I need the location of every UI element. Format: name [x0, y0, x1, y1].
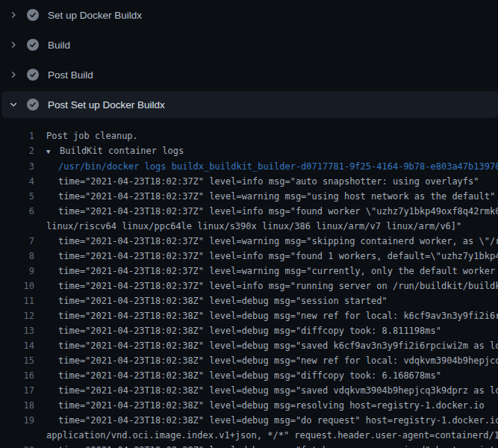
line-number[interactable]: 15 — [0, 353, 34, 368]
log-line-text: time="2021-04-23T18:02:37Z" level=info m… — [34, 251, 498, 261]
success-check-icon — [27, 9, 39, 21]
step-label: Post Build — [48, 69, 93, 81]
line-number[interactable]: 9 — [0, 264, 34, 279]
log-line-text: time="2021-04-23T18:02:37Z" level=warnin… — [34, 236, 498, 246]
log-line-text: time="2021-04-23T18:02:38Z" level=debug … — [34, 385, 498, 396]
log-lines: 1Post job cleanup.2▼BuildKit container l… — [0, 128, 498, 448]
log-line-text: time="2021-04-23T18:02:37Z" level=warnin… — [34, 266, 498, 276]
log-line-text: Post job cleanup. — [34, 131, 138, 141]
log-line-text: time="2021-04-23T18:02:37Z" level=info m… — [34, 176, 479, 187]
log-line-text: time="2021-04-23T18:02:37Z" level=warnin… — [34, 191, 495, 202]
group-toggle-triangle-icon[interactable]: ▼ — [46, 144, 60, 159]
log-line-text: time="2021-04-23T18:02:37Z" level=info m… — [34, 206, 498, 217]
chevron-right-icon[interactable] — [9, 70, 27, 79]
log-line-text: time="2021-04-23T18:02:38Z" level=debug … — [34, 445, 498, 448]
line-number[interactable]: 5 — [0, 189, 34, 204]
log-line: 17time="2021-04-23T18:02:38Z" level=debu… — [0, 383, 498, 398]
log-line: 8time="2021-04-23T18:02:37Z" level=info … — [0, 249, 498, 264]
log-line-text: time="2021-04-23T18:02:38Z" level=debug … — [34, 296, 387, 306]
log-line: 5time="2021-04-23T18:02:37Z" level=warni… — [0, 189, 498, 204]
log-line: 15time="2021-04-23T18:02:38Z" level=debu… — [0, 353, 498, 368]
chevron-right-icon[interactable] — [9, 10, 27, 19]
line-number[interactable]: 18 — [0, 398, 34, 413]
success-check-icon — [27, 39, 39, 51]
log-line-text: time="2021-04-23T18:02:37Z" level=info m… — [34, 281, 498, 291]
step-build[interactable]: Build — [0, 30, 498, 60]
log-line: 3/usr/bin/docker logs buildx_buildkit_bu… — [0, 159, 498, 174]
success-check-icon — [27, 69, 39, 81]
log-line-text: time="2021-04-23T18:02:38Z" level=debug … — [34, 400, 485, 411]
log-line: 16time="2021-04-23T18:02:38Z" level=debu… — [0, 368, 498, 383]
step-post-build[interactable]: Post Build — [0, 60, 498, 90]
line-number[interactable]: 1 — [0, 128, 34, 143]
step-list: Set up Docker Buildx Build Post Build — [0, 0, 498, 118]
line-number[interactable]: 11 — [0, 293, 34, 308]
step-label: Build — [48, 40, 70, 51]
log-line: application/vnd.oci.image.index.v1+json,… — [0, 428, 498, 443]
log-line: 13time="2021-04-23T18:02:38Z" level=debu… — [0, 323, 498, 338]
log-line: 11time="2021-04-23T18:02:38Z" level=debu… — [0, 293, 498, 308]
log-line-text: time="2021-04-23T18:02:38Z" level=debug … — [34, 415, 498, 426]
group-label[interactable]: BuildKit container logs — [60, 146, 184, 156]
chevron-down-icon[interactable] — [9, 100, 27, 109]
log-line-text: application/vnd.oci.image.index.v1+json,… — [34, 430, 498, 441]
line-number[interactable]: 17 — [0, 383, 34, 398]
step-setup-docker-buildx[interactable]: Set up Docker Buildx — [0, 0, 498, 30]
line-number[interactable]: 14 — [0, 338, 34, 353]
step-post-setup-docker-buildx[interactable]: Post Set up Docker Buildx — [1, 91, 498, 118]
log-line: 19time="2021-04-23T18:02:38Z" level=debu… — [0, 413, 498, 428]
step-label: Post Set up Docker Buildx — [48, 99, 165, 111]
log-line: 6time="2021-04-23T18:02:37Z" level=info … — [0, 204, 498, 219]
actions-log-viewer: Set up Docker Buildx Build Post Build — [0, 0, 498, 448]
log-line-text: time="2021-04-23T18:02:38Z" level=debug … — [34, 340, 498, 351]
log-line: 7time="2021-04-23T18:02:37Z" level=warni… — [0, 234, 498, 249]
line-number[interactable]: 6 — [0, 204, 34, 219]
line-number[interactable]: 2 — [0, 143, 34, 158]
log-line: 4time="2021-04-23T18:02:37Z" level=info … — [0, 174, 498, 189]
log-line-text: time="2021-04-23T18:02:38Z" level=debug … — [34, 311, 498, 321]
log-line-text: ▼BuildKit container logs — [34, 146, 184, 156]
log-line: linux/riscv64 linux/ppc64le linux/s390x … — [0, 219, 498, 234]
log-line-text: time="2021-04-23T18:02:38Z" level=debug … — [34, 355, 498, 366]
log-line: 9time="2021-04-23T18:02:37Z" level=warni… — [0, 264, 498, 279]
log-line: 18time="2021-04-23T18:02:38Z" level=debu… — [0, 398, 498, 413]
line-number[interactable]: 3 — [0, 159, 34, 174]
line-number[interactable]: 19 — [0, 413, 34, 428]
line-number[interactable]: 7 — [0, 234, 34, 249]
log-line: 10time="2021-04-23T18:02:37Z" level=info… — [0, 279, 498, 293]
log-line-text: time="2021-04-23T18:02:38Z" level=debug … — [34, 370, 441, 381]
line-number[interactable]: 13 — [0, 323, 34, 338]
line-number[interactable]: 12 — [0, 308, 34, 323]
log-line-text: linux/riscv64 linux/ppc64le linux/s390x … — [34, 221, 461, 231]
line-number[interactable]: 20 — [0, 443, 34, 448]
line-number[interactable]: 16 — [0, 368, 34, 383]
line-number[interactable]: 8 — [0, 249, 34, 264]
line-number[interactable]: 4 — [0, 174, 34, 189]
log-line: 14time="2021-04-23T18:02:38Z" level=debu… — [0, 338, 498, 353]
step-label: Set up Docker Buildx — [48, 10, 142, 21]
log-line: 12time="2021-04-23T18:02:38Z" level=debu… — [0, 308, 498, 323]
success-check-icon — [27, 99, 39, 111]
log-line: 1Post job cleanup. — [0, 128, 498, 143]
log-line: 2▼BuildKit container logs — [0, 143, 498, 159]
line-number[interactable]: 10 — [0, 279, 34, 293]
log-line: 20time="2021-04-23T18:02:38Z" level=debu… — [0, 443, 498, 448]
log-line-text: time="2021-04-23T18:02:38Z" level=debug … — [34, 326, 441, 336]
log-command-text: /usr/bin/docker logs buildx_buildkit_bui… — [34, 161, 498, 172]
chevron-right-icon[interactable] — [9, 40, 27, 49]
